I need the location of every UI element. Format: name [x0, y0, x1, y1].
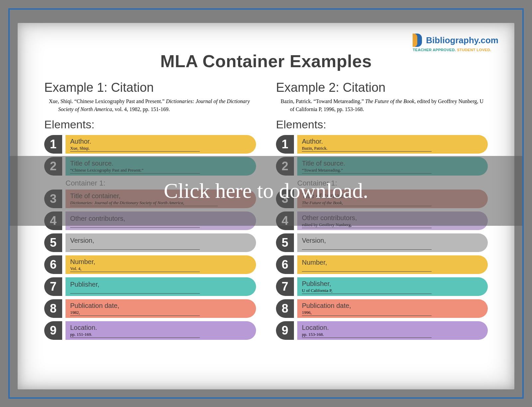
element-pill: Version,: [66, 233, 256, 252]
element-label: Location.: [302, 324, 482, 332]
element-row-pub-date: 8 Publication date, 1996,: [276, 299, 488, 318]
element-label: Publication date,: [70, 302, 250, 310]
element-row-author: 1 Author. Xue, Shiqi.: [44, 135, 256, 154]
element-label: Location.: [70, 324, 250, 332]
element-row-number: 6 Number,: [276, 255, 488, 274]
element-number: 7: [44, 277, 62, 296]
download-overlay-text: Click here to download.: [164, 179, 368, 203]
element-number: 8: [276, 299, 294, 318]
element-number: 9: [44, 321, 62, 340]
element-number: 5: [44, 233, 62, 252]
element-label: Number,: [70, 258, 250, 266]
element-value: [70, 289, 200, 294]
element-label: Publication date,: [302, 302, 482, 310]
element-label: Version,: [70, 237, 250, 244]
element-value: 1982,: [70, 310, 200, 316]
brand-name: Bibliography.com: [426, 36, 498, 45]
download-overlay[interactable]: Click here to download.: [10, 156, 522, 226]
element-row-number: 6 Number, Vol. 4,: [44, 255, 256, 274]
element-value: Xue, Shiqi.: [70, 146, 200, 152]
element-number: 5: [276, 233, 294, 252]
element-row-location: 9 Location. pp. 153-168.: [276, 321, 488, 340]
page-title: MLA Container Examples: [44, 51, 488, 71]
element-number: 6: [44, 255, 62, 274]
element-label: Author.: [302, 138, 482, 145]
element-value: pp. 153-168.: [302, 332, 432, 338]
element-row-pub-date: 8 Publication date, 1982,: [44, 299, 256, 318]
element-label: Publisher,: [70, 281, 250, 288]
element-value: U of California P,: [302, 288, 432, 294]
element-label: Version,: [302, 237, 482, 244]
example-1-citation: Xue, Shiqi. “Chinese Lexicography Past a…: [44, 97, 256, 113]
element-number: 7: [276, 277, 294, 296]
brand-logo-icon: [413, 34, 423, 47]
example-2-heading: Example 2: Citation: [276, 80, 488, 95]
element-pill: Location. pp. 151-169.: [66, 321, 256, 340]
element-row-version: 5 Version,: [44, 233, 256, 252]
element-number: 1: [276, 135, 294, 154]
element-pill: Publication date, 1996,: [297, 299, 488, 318]
element-row-location: 9 Location. pp. 151-169.: [44, 321, 256, 340]
element-value: Vol. 4,: [70, 266, 200, 272]
example-2-citation: Bazin, Patrick. “Toward Metareading.” Th…: [276, 97, 488, 113]
element-number: 6: [276, 255, 294, 274]
element-value: pp. 151-169.: [70, 332, 200, 338]
element-pill: Author. Xue, Shiqi.: [66, 135, 256, 154]
element-pill: Publication date, 1982,: [66, 299, 256, 318]
element-value: [302, 245, 432, 250]
element-pill: Number, Vol. 4,: [66, 255, 256, 274]
element-label: Number,: [302, 259, 482, 266]
element-row-version: 5 Version,: [276, 233, 488, 252]
element-number: 8: [44, 299, 62, 318]
element-value: [70, 245, 200, 250]
element-pill: Publisher, U of California P,: [297, 277, 488, 296]
element-pill: Publisher,: [66, 277, 256, 296]
element-value: 1996,: [302, 310, 432, 316]
brand-block: Bibliography.com TEACHER APPROVED. STUDE…: [413, 34, 498, 52]
element-pill: Number,: [297, 255, 488, 274]
element-number: 1: [44, 135, 62, 154]
element-number: 9: [276, 321, 294, 340]
element-pill: Author. Bazin, Patrick.: [297, 135, 488, 154]
element-label: Author.: [70, 138, 250, 145]
element-row-publisher: 7 Publisher,: [44, 277, 256, 296]
element-value: [302, 267, 432, 272]
element-pill: Version,: [297, 233, 488, 252]
element-pill: Location. pp. 153-168.: [297, 321, 488, 340]
element-label: Publisher,: [302, 280, 482, 288]
element-row-author: 1 Author. Bazin, Patrick.: [276, 135, 488, 154]
element-value: Bazin, Patrick.: [302, 146, 432, 152]
elements-heading-2: Elements:: [276, 118, 488, 131]
outer-frame: Bibliography.com TEACHER APPROVED. STUDE…: [8, 8, 524, 399]
example-1-heading: Example 1: Citation: [44, 80, 256, 95]
element-row-publisher: 7 Publisher, U of California P,: [276, 277, 488, 296]
brand-tagline: TEACHER APPROVED. STUDENT LOVED.: [413, 48, 498, 52]
elements-heading-1: Elements:: [44, 118, 256, 131]
